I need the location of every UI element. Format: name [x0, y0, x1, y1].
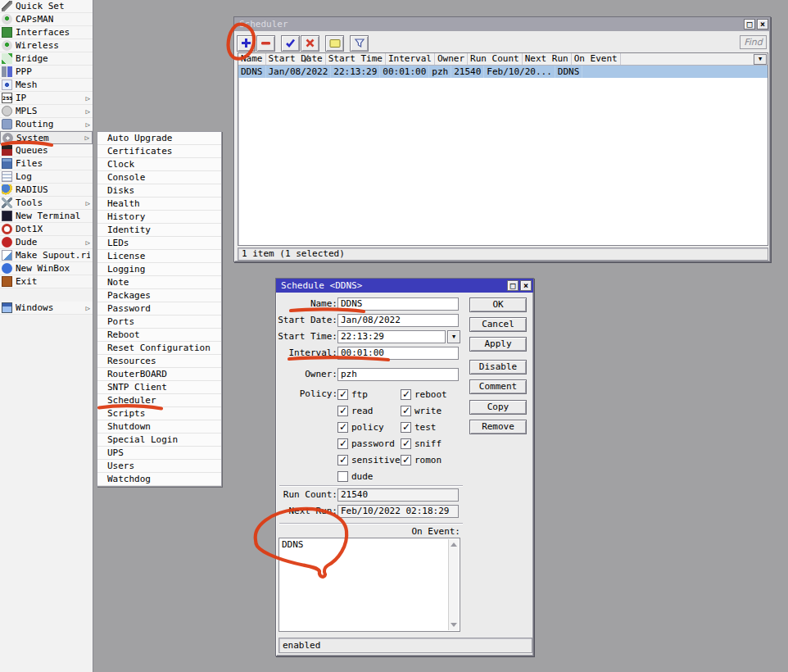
sidebar-item[interactable]: Bridge ▷: [0, 52, 93, 66]
system-menu-item[interactable]: Disks: [97, 184, 221, 198]
system-menu-item[interactable]: Users: [97, 460, 221, 473]
system-menu-item[interactable]: Scheduler: [97, 394, 221, 407]
system-menu-item[interactable]: Ports: [97, 316, 221, 329]
sidebar-item[interactable]: Make Supout.rif ▷: [0, 249, 93, 262]
sidebar-item[interactable]: New WinBox ▷: [0, 262, 93, 275]
add-button[interactable]: [237, 35, 256, 52]
system-menu-item[interactable]: Reset Configuration: [97, 342, 221, 355]
system-menu-item[interactable]: LEDs: [97, 237, 221, 250]
policy-checkbox[interactable]: sniff: [401, 438, 447, 449]
ok-button[interactable]: OK: [469, 297, 527, 312]
remove-button[interactable]: Remove: [469, 420, 527, 434]
policy-checkbox[interactable]: dude: [337, 471, 401, 482]
sidebar-item[interactable]: Dude ▷: [0, 236, 93, 249]
copy-button[interactable]: Copy: [469, 400, 527, 415]
policy-checkbox[interactable]: read: [337, 406, 401, 416]
system-menu-item[interactable]: UPS: [97, 447, 221, 460]
disable-button[interactable]: [301, 35, 319, 52]
close-icon[interactable]: [757, 19, 768, 30]
column-header[interactable]: Owner: [435, 53, 468, 65]
system-menu-item[interactable]: Clock: [97, 158, 221, 171]
scrollbar[interactable]: [448, 539, 459, 630]
column-header[interactable]: Next Run: [523, 53, 572, 65]
column-header[interactable]: Interval: [386, 53, 435, 65]
scroll-down-icon[interactable]: [451, 623, 457, 627]
policy-checkbox[interactable]: password: [337, 438, 401, 449]
system-menu-item[interactable]: Health: [97, 198, 221, 211]
system-menu-item[interactable]: Note: [97, 276, 221, 289]
start-time-dropdown-button[interactable]: ▼: [447, 330, 460, 343]
sidebar-item[interactable]: Quick Set ▷: [0, 0, 93, 13]
apply-button[interactable]: Apply: [469, 337, 527, 352]
name-input[interactable]: DDNS: [337, 297, 459, 311]
sidebar-item[interactable]: Queues ▷: [0, 144, 93, 157]
system-menu-item[interactable]: Identity: [97, 224, 221, 237]
sidebar-item[interactable]: CAPsMAN ▷: [0, 13, 93, 26]
sidebar-item[interactable]: Wireless ▷: [0, 39, 93, 52]
maximize-icon[interactable]: [744, 19, 755, 30]
maximize-icon[interactable]: [507, 280, 519, 291]
system-menu-item[interactable]: History: [97, 211, 221, 224]
sidebar-item[interactable]: Interfaces ▷: [0, 26, 93, 39]
sidebar-item[interactable]: System ▷: [0, 131, 93, 144]
on-event-textarea[interactable]: DDNS: [279, 538, 460, 632]
disable-button[interactable]: Disable: [469, 360, 527, 375]
system-menu-item[interactable]: SNTP Client: [97, 381, 221, 394]
policy-checkbox[interactable]: reboot: [401, 389, 447, 400]
sidebar-item[interactable]: PPP ▷: [0, 66, 93, 79]
close-icon[interactable]: [520, 280, 532, 291]
system-menu-item[interactable]: Resources: [97, 355, 221, 368]
sidebar-item[interactable]: IP ▷: [0, 92, 93, 105]
system-menu-item[interactable]: Auto Upgrade: [97, 132, 221, 145]
find-button[interactable]: Find: [740, 35, 767, 49]
comment-button[interactable]: Comment: [469, 379, 527, 394]
system-menu-item[interactable]: Special Login: [97, 434, 221, 447]
policy-checkbox[interactable]: sensitive: [337, 455, 401, 465]
sidebar-item[interactable]: Tools ▷: [0, 197, 93, 210]
policy-checkbox[interactable]: write: [401, 406, 447, 416]
system-menu-item[interactable]: License: [97, 250, 221, 263]
cancel-button[interactable]: Cancel: [469, 317, 527, 332]
policy-checkbox[interactable]: romon: [401, 455, 447, 465]
column-header[interactable]: Run Count: [468, 53, 523, 65]
sidebar-item[interactable]: Exit ▷: [0, 275, 93, 288]
system-menu-item[interactable]: RouterBOARD: [97, 368, 221, 381]
sidebar-item[interactable]: Routing ▷: [0, 118, 93, 131]
system-menu-item[interactable]: Logging: [97, 263, 221, 276]
comment-button[interactable]: [325, 35, 344, 52]
system-menu-item[interactable]: Watchdog: [97, 473, 221, 486]
interval-input[interactable]: 00:01:00: [337, 347, 459, 360]
owner-input[interactable]: pzh: [337, 368, 459, 381]
scroll-up-icon[interactable]: [451, 543, 457, 547]
system-menu-item[interactable]: Certificates: [97, 145, 221, 158]
remove-button[interactable]: [256, 35, 275, 52]
sidebar-item[interactable]: Windows ▷: [0, 302, 93, 315]
system-menu-item[interactable]: Shutdown: [97, 420, 221, 434]
system-menu-item[interactable]: Console: [97, 171, 221, 184]
system-menu-item[interactable]: Packages: [97, 289, 221, 302]
sidebar-item[interactable]: Log ▷: [0, 170, 93, 184]
policy-checkbox[interactable]: policy: [337, 422, 401, 433]
dialog-titlebar[interactable]: Schedule <DDNS>: [276, 279, 533, 293]
scheduler-titlebar[interactable]: Scheduler: [234, 17, 770, 31]
sidebar-item[interactable]: MPLS ▷: [0, 105, 93, 118]
column-header[interactable]: Start Time: [326, 53, 386, 65]
sidebar-item[interactable]: Mesh ▷: [0, 79, 93, 92]
enable-button[interactable]: [281, 35, 300, 52]
policy-checkbox[interactable]: ftp: [337, 389, 401, 400]
column-header[interactable]: On Event: [572, 53, 621, 65]
policy-checkbox[interactable]: test: [401, 422, 447, 433]
sidebar-item[interactable]: Dot1X ▷: [0, 223, 93, 236]
table-row[interactable]: DDNSJan/08/202222:13:2900:01:00pzh21540F…: [238, 66, 768, 78]
start-time-input[interactable]: 22:13:29: [337, 330, 446, 343]
column-picker-button[interactable]: ▼: [754, 54, 767, 65]
sidebar-item[interactable]: Files ▷: [0, 157, 93, 170]
column-header[interactable]: Start Date: [266, 53, 326, 65]
sidebar-item[interactable]: New Terminal ▷: [0, 210, 93, 223]
start-date-input[interactable]: Jan/08/2022: [337, 314, 459, 327]
system-menu-item[interactable]: Scripts: [97, 407, 221, 420]
column-header[interactable]: Name: [238, 53, 266, 65]
sidebar-item[interactable]: RADIUS ▷: [0, 184, 93, 197]
system-menu-item[interactable]: Password: [97, 302, 221, 316]
system-menu-item[interactable]: Reboot: [97, 329, 221, 342]
